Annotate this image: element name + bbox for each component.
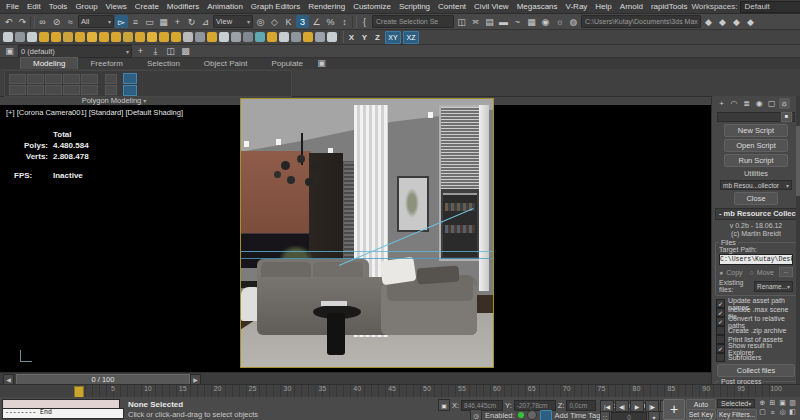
plugin-icon[interactable] [231, 32, 241, 42]
existing-files-dropdown[interactable]: Rename... ▾ [754, 281, 793, 292]
mirror-icon[interactable]: ◫ [455, 15, 468, 28]
menu-item-create[interactable]: Create [131, 2, 163, 11]
plugin-icon[interactable] [279, 32, 289, 42]
axis-constraint-xz[interactable]: XZ [403, 31, 419, 44]
key-filters-button[interactable]: Key Filters... [717, 409, 757, 420]
x-coordinate-field[interactable]: 846,445cm [461, 400, 503, 411]
orbit-icon[interactable]: ◎ [778, 408, 787, 416]
plugin-icon[interactable] [99, 32, 109, 42]
menu-item-rendering[interactable]: Rendering [304, 2, 349, 11]
redo-icon[interactable]: ↷ [16, 15, 29, 28]
time-tag-icon[interactable] [540, 410, 552, 420]
zoom-extents-icon[interactable]: ▣ [778, 399, 787, 407]
select-scale-icon[interactable]: ⊿ [199, 15, 212, 28]
keyboard-override-icon[interactable]: K [282, 15, 295, 28]
menu-item-views[interactable]: Views [102, 2, 131, 11]
undo-icon[interactable]: ↶ [2, 15, 15, 28]
tab-freeform[interactable]: Freeform [78, 58, 134, 69]
browse-button[interactable]: ... [779, 267, 793, 277]
spinner-snap-icon[interactable]: ↕ [338, 15, 351, 28]
collect-files-button[interactable]: Collect files [717, 364, 795, 377]
menu-item-scripting[interactable]: Scripting [395, 2, 434, 11]
menu-item-civil-view[interactable]: Civil View [470, 2, 513, 11]
plugin-icon[interactable] [27, 32, 37, 42]
workspace-dropdown[interactable]: Default ▾ [740, 1, 800, 13]
set-keys-button[interactable]: + [663, 399, 685, 420]
z-coordinate-field[interactable]: 0,0cm [566, 400, 596, 411]
render-iterative-icon[interactable]: ◆ [716, 15, 729, 28]
clock-icon[interactable]: ◷ [470, 409, 482, 420]
utilities-tab-icon[interactable]: ☼ [779, 98, 790, 109]
copy-radio[interactable]: ● [719, 269, 723, 276]
axis-constraint-y[interactable]: Y [359, 32, 370, 43]
project-path-field[interactable]: C:\Users\Kutay\Documents\3ds Max 2022 [581, 15, 701, 28]
plugin-icon[interactable] [135, 32, 145, 42]
modify-tab-icon[interactable]: ◠ [729, 98, 740, 109]
zoom-icon[interactable]: ⊕ [758, 399, 767, 407]
snap-toggle-3d-icon[interactable]: 3 [296, 15, 309, 28]
target-path-field[interactable]: C:\Users\Kutay\Desktop\Va [719, 254, 793, 265]
plugin-icon[interactable] [63, 32, 73, 42]
plugin-icon[interactable] [39, 32, 49, 42]
zoom-extents-all-icon[interactable]: ▥ [788, 399, 797, 407]
plugin-icon[interactable] [243, 32, 253, 42]
plugin-icon[interactable] [291, 32, 301, 42]
create-tab-icon[interactable]: + [716, 98, 727, 109]
select-manipulate-icon[interactable]: ◇ [268, 15, 281, 28]
plugin-icon[interactable] [3, 32, 13, 42]
axis-constraint-x[interactable]: X [346, 32, 357, 43]
select-object-icon[interactable]: ▻ [115, 15, 128, 28]
menu-item-edit[interactable]: Edit [23, 2, 45, 11]
plugin-icon[interactable] [87, 32, 97, 42]
layer-explorer-icon[interactable]: ▤ [483, 15, 496, 28]
render-last-icon[interactable]: ◆ [730, 15, 743, 28]
mute-icon[interactable] [527, 410, 537, 420]
tab-modeling[interactable]: Modeling [20, 57, 78, 69]
plugin-icon[interactable] [207, 32, 217, 42]
select-by-name-icon[interactable]: ≡ [129, 15, 142, 28]
menu-item-rapidtools[interactable]: rapidTools [647, 2, 691, 11]
tab-selection[interactable]: Selection [135, 58, 192, 69]
polygon-modeling-label[interactable]: Polygon Modeling ▾ [4, 96, 224, 105]
create-layer-icon[interactable]: + [134, 45, 147, 58]
ribbon-button[interactable] [63, 74, 80, 84]
layer-properties-icon[interactable]: ▩ [179, 45, 192, 58]
use-pivot-center-icon[interactable]: ◎ [254, 15, 267, 28]
subfolders-checkbox[interactable] [716, 353, 725, 362]
set-key-button[interactable]: Set Key [686, 409, 716, 420]
align-icon[interactable]: ≍ [469, 15, 482, 28]
update-asset-path-names-checkbox[interactable]: ✓ [716, 299, 725, 308]
plugin-icon[interactable] [219, 32, 229, 42]
ribbon-button[interactable] [105, 85, 117, 95]
plugin-icon[interactable] [171, 32, 181, 42]
viewport[interactable]: [+] [Corona Camera001] [Standard] [Defau… [0, 105, 711, 372]
new-script-button[interactable]: New Script [724, 124, 788, 137]
select-rotate-icon[interactable]: ↻ [185, 15, 198, 28]
menu-item-tools[interactable]: Tools [45, 2, 72, 11]
selection-set-dropdown[interactable]: Selected ▾ [717, 399, 755, 408]
camera-frame[interactable] [240, 98, 494, 368]
curve-editor-icon[interactable]: ~ [511, 15, 524, 28]
select-link-icon[interactable]: ∞ [36, 15, 49, 28]
percent-snap-icon[interactable]: % [324, 15, 337, 28]
open-script-button[interactable]: Open Script [724, 139, 788, 152]
plugin-icon[interactable] [183, 32, 193, 42]
plugin-icon[interactable] [267, 32, 277, 42]
y-coordinate-field[interactable]: -207,78cm [514, 400, 556, 411]
named-selection-field[interactable]: Create Selection Se [372, 15, 454, 28]
plugin-icon[interactable] [315, 32, 325, 42]
more-button[interactable]: ■ [781, 112, 792, 122]
material-editor-icon[interactable]: ◉ [539, 15, 552, 28]
maxscript-listener-field[interactable]: -------- End [2, 408, 124, 419]
render-production-icon[interactable]: ◆ [702, 15, 715, 28]
maximize-viewport-icon[interactable]: ◧ [788, 408, 797, 416]
menu-item-help[interactable]: Help [591, 2, 615, 11]
ribbon-button[interactable] [45, 74, 62, 84]
run-script-button[interactable]: Run Script [724, 154, 788, 167]
create-zip-archive-checkbox[interactable] [716, 326, 725, 335]
hierarchy-tab-icon[interactable]: ≣ [741, 98, 752, 109]
menu-item-arnold[interactable]: Arnold [616, 2, 647, 11]
include-max-scene-file-checkbox[interactable]: ✓ [716, 308, 725, 317]
plugin-icon[interactable] [195, 32, 205, 42]
menu-item-animation[interactable]: Animation [203, 2, 247, 11]
